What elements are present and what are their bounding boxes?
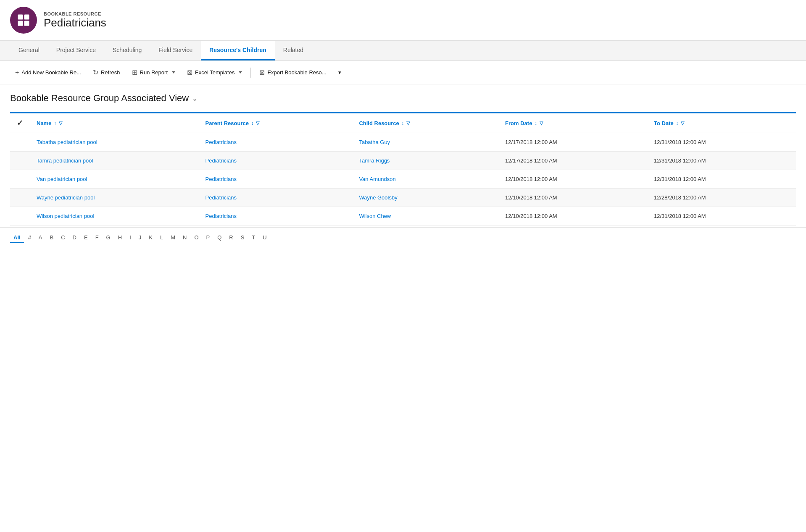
row-checkbox[interactable] — [10, 170, 30, 189]
child-resource-column-header: Child Resource ↕ ▽ — [352, 113, 498, 133]
select-all-checkbox[interactable]: ✓ — [17, 119, 23, 127]
run-report-button[interactable]: ⊞ Run Report — [127, 65, 180, 80]
alpha-nav-item-j[interactable]: J — [135, 233, 145, 243]
row-parent-resource[interactable]: Pediatricians — [199, 133, 353, 152]
refresh-button[interactable]: ↻ Refresh — [88, 65, 125, 80]
row-name[interactable]: Tamra pediatrician pool — [30, 152, 199, 170]
svg-rect-1 — [24, 15, 29, 20]
table-row[interactable]: Wilson pediatrician poolPediatriciansWil… — [10, 207, 796, 225]
alpha-nav-item-n[interactable]: N — [179, 233, 190, 243]
toolbar: + Add New Bookable Re... ↻ Refresh ⊞ Run… — [0, 61, 806, 84]
table-row[interactable]: Van pediatrician poolPediatriciansVan Am… — [10, 170, 796, 189]
name-filter-icon[interactable]: ▽ — [59, 121, 62, 126]
alpha-nav-item-r[interactable]: R — [226, 233, 236, 243]
export-dropdown-button[interactable]: ▾ — [333, 66, 346, 79]
row-child-resource[interactable]: Tabatha Guy — [352, 133, 498, 152]
alpha-nav-item-k[interactable]: K — [145, 233, 156, 243]
alpha-nav-item-l[interactable]: L — [157, 233, 166, 243]
row-name[interactable]: Wayne pediatrician pool — [30, 189, 199, 207]
row-from-date: 12/10/2018 12:00 AM — [498, 170, 647, 189]
from-date-sort-icon[interactable]: ↕ — [535, 121, 537, 126]
row-checkbox[interactable] — [10, 133, 30, 152]
parent-resource-column-header: Parent Resource ↕ ▽ — [199, 113, 353, 133]
view-title-chevron-icon[interactable]: ⌄ — [192, 94, 198, 102]
table-row[interactable]: Tamra pediatrician poolPediatriciansTamr… — [10, 152, 796, 170]
parent-sort-icon[interactable]: ↕ — [251, 121, 254, 126]
logo-icon — [16, 13, 31, 28]
alpha-nav-item-a[interactable]: A — [35, 233, 46, 243]
alpha-nav-item-i[interactable]: I — [126, 233, 134, 243]
tab-related[interactable]: Related — [275, 41, 312, 60]
table-body: Tabatha pediatrician poolPediatriciansTa… — [10, 133, 796, 225]
row-name[interactable]: Van pediatrician pool — [30, 170, 199, 189]
add-icon: + — [15, 69, 19, 76]
from-date-filter-icon[interactable]: ▽ — [540, 121, 543, 126]
alpha-nav-item-b[interactable]: B — [47, 233, 57, 243]
row-name[interactable]: Wilson pediatrician pool — [30, 207, 199, 225]
tab-scheduling[interactable]: Scheduling — [104, 41, 150, 60]
row-child-resource[interactable]: Wayne Goolsby — [352, 189, 498, 207]
refresh-label: Refresh — [101, 69, 120, 76]
child-sort-icon[interactable]: ↕ — [402, 121, 404, 126]
chevron-down-icon: ▾ — [338, 69, 341, 76]
table-header-row: ✓ Name ↑ ▽ Parent Resource ↕ ▽ — [10, 113, 796, 133]
view-title-bar: Bookable Resource Group Associated View … — [0, 84, 806, 108]
row-checkbox[interactable] — [10, 207, 30, 225]
excel-templates-button[interactable]: ⊠ Excel Templates — [182, 65, 247, 80]
to-date-column-header: To Date ↕ ▽ — [647, 113, 796, 133]
alpha-nav-item-d[interactable]: D — [69, 233, 80, 243]
excel-icon: ⊠ — [187, 68, 192, 76]
alpha-nav-item-f[interactable]: F — [92, 233, 102, 243]
parent-filter-icon[interactable]: ▽ — [256, 121, 259, 126]
row-child-resource[interactable]: Tamra Riggs — [352, 152, 498, 170]
row-checkbox[interactable] — [10, 152, 30, 170]
name-column-label: Name — [37, 120, 51, 126]
child-filter-icon[interactable]: ▽ — [406, 121, 410, 126]
tab-project-service[interactable]: Project Service — [48, 41, 104, 60]
add-new-button[interactable]: + Add New Bookable Re... — [10, 66, 86, 80]
alpha-nav-item-g[interactable]: G — [103, 233, 114, 243]
name-sort-icon[interactable]: ↑ — [54, 121, 56, 126]
alpha-nav-item-e[interactable]: E — [81, 233, 91, 243]
table-container: ✓ Name ↑ ▽ Parent Resource ↕ ▽ — [0, 112, 806, 225]
export-button[interactable]: ⊠ Export Bookable Reso... — [254, 65, 331, 80]
to-date-column-label: To Date — [654, 120, 674, 126]
table-row[interactable]: Wayne pediatrician poolPediatriciansWayn… — [10, 189, 796, 207]
excel-templates-label: Excel Templates — [195, 69, 234, 76]
alpha-nav-item-s[interactable]: S — [237, 233, 248, 243]
to-date-filter-icon[interactable]: ▽ — [681, 121, 684, 126]
row-from-date: 12/17/2018 12:00 AM — [498, 152, 647, 170]
row-parent-resource[interactable]: Pediatricians — [199, 189, 353, 207]
alpha-nav-item-m[interactable]: M — [167, 233, 179, 243]
tab-field-service[interactable]: Field Service — [150, 41, 201, 60]
alpha-nav-item-u[interactable]: U — [259, 233, 270, 243]
app-subtitle: BOOKABLE RESOURCE — [44, 11, 106, 16]
row-parent-resource[interactable]: Pediatricians — [199, 207, 353, 225]
alpha-nav-item-all[interactable]: All — [10, 233, 24, 243]
alpha-nav: All#ABCDEFGHIJKLMNOPQRSTU — [0, 227, 806, 248]
select-all-column[interactable]: ✓ — [10, 113, 30, 133]
to-date-sort-icon[interactable]: ↕ — [676, 121, 679, 126]
table-row[interactable]: Tabatha pediatrician poolPediatriciansTa… — [10, 133, 796, 152]
tab-general[interactable]: General — [10, 41, 48, 60]
app-header: BOOKABLE RESOURCE Pediatricians — [0, 0, 806, 41]
alpha-nav-item-q[interactable]: Q — [214, 233, 225, 243]
row-child-resource[interactable]: Wilson Chew — [352, 207, 498, 225]
name-column-header: Name ↑ ▽ — [30, 113, 199, 133]
export-label: Export Bookable Reso... — [267, 69, 326, 76]
alpha-nav-item-p[interactable]: P — [203, 233, 213, 243]
row-parent-resource[interactable]: Pediatricians — [199, 152, 353, 170]
alpha-nav-item-o[interactable]: O — [191, 233, 202, 243]
row-checkbox[interactable] — [10, 189, 30, 207]
row-to-date: 12/31/2018 12:00 AM — [647, 133, 796, 152]
row-parent-resource[interactable]: Pediatricians — [199, 170, 353, 189]
alpha-nav-item-t[interactable]: T — [248, 233, 258, 243]
alpha-nav-item-#[interactable]: # — [25, 233, 34, 243]
alpha-nav-item-c[interactable]: C — [58, 233, 68, 243]
alpha-nav-item-h[interactable]: H — [115, 233, 125, 243]
tab-resources-children[interactable]: Resource's Children — [201, 41, 275, 60]
row-name[interactable]: Tabatha pediatrician pool — [30, 133, 199, 152]
child-resource-column-label: Child Resource — [359, 120, 399, 126]
row-to-date: 12/31/2018 12:00 AM — [647, 152, 796, 170]
row-child-resource[interactable]: Van Amundson — [352, 170, 498, 189]
